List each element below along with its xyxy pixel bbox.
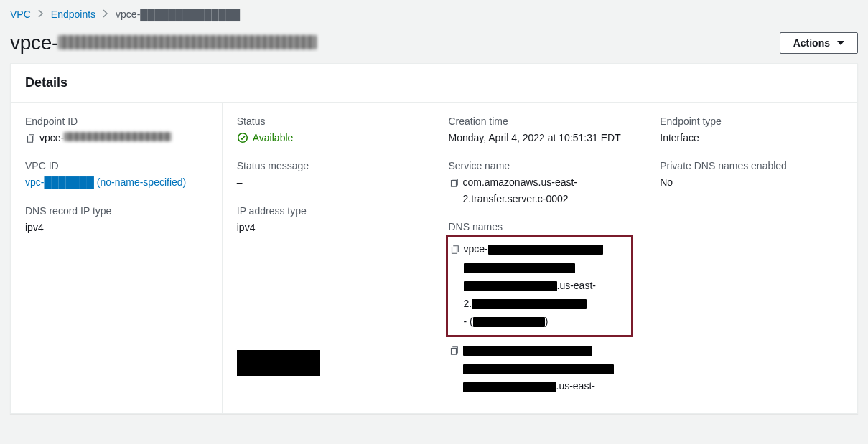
chevron-right-icon bbox=[38, 9, 44, 20]
dns-record-ip-type-label: DNS record IP type bbox=[25, 205, 207, 217]
actions-button[interactable]: Actions bbox=[780, 32, 858, 54]
breadcrumb-endpoints[interactable]: Endpoints bbox=[51, 9, 95, 20]
status-value: Available bbox=[253, 130, 294, 146]
page-title: vpce- bbox=[10, 32, 317, 55]
service-name-value: com.amazonaws.us-east-2.transfer.server.… bbox=[463, 174, 631, 207]
breadcrumb-current: vpce-██████████████ bbox=[116, 9, 240, 20]
vpc-id-label: VPC ID bbox=[25, 160, 207, 171]
ip-address-type-value: ipv4 bbox=[237, 219, 419, 235]
private-dns-label: Private DNS names enabled bbox=[660, 160, 843, 171]
breadcrumb-vpc[interactable]: VPC bbox=[10, 9, 31, 20]
details-heading: Details bbox=[25, 75, 843, 90]
creation-time-label: Creation time bbox=[449, 115, 631, 127]
dns-name-2: .us-east- bbox=[463, 341, 614, 396]
service-name-label: Service name bbox=[449, 160, 631, 171]
private-dns-value: No bbox=[660, 174, 843, 190]
endpoint-type-value: Interface bbox=[660, 130, 843, 146]
dns-record-ip-type-value: ipv4 bbox=[25, 219, 207, 235]
status-label: Status bbox=[237, 115, 419, 127]
dns-name-1: vpce- .us-east- 2. - () bbox=[464, 240, 603, 331]
copy-icon[interactable] bbox=[449, 242, 459, 252]
status-message-value: – bbox=[237, 174, 419, 190]
dns-names-highlight: vpce- .us-east- 2. - () bbox=[446, 235, 634, 337]
creation-time-value: Monday, April 4, 2022 at 10:51:31 EDT bbox=[449, 130, 631, 146]
endpoint-type-label: Endpoint type bbox=[660, 115, 843, 127]
endpoint-id-value: vpce- bbox=[39, 130, 172, 146]
chevron-right-icon bbox=[103, 9, 108, 20]
dns-names-label: DNS names bbox=[449, 221, 631, 232]
details-panel: Details Endpoint ID vpce- bbox=[10, 63, 858, 414]
check-circle-icon bbox=[237, 132, 248, 143]
endpoint-id-label: Endpoint ID bbox=[25, 115, 207, 127]
ip-address-type-label: IP address type bbox=[237, 205, 419, 217]
redacted-block bbox=[237, 350, 320, 376]
breadcrumb: VPC Endpoints vpce-██████████████ bbox=[10, 7, 858, 32]
copy-icon[interactable] bbox=[25, 132, 35, 142]
status-message-label: Status message bbox=[237, 160, 419, 171]
copy-icon[interactable] bbox=[449, 176, 459, 186]
vpc-id-link[interactable]: vpc-███████ (no-name-specified) bbox=[25, 176, 186, 188]
panel-header: Details bbox=[11, 64, 857, 103]
copy-icon[interactable] bbox=[449, 344, 459, 354]
caret-down-icon bbox=[837, 41, 844, 45]
